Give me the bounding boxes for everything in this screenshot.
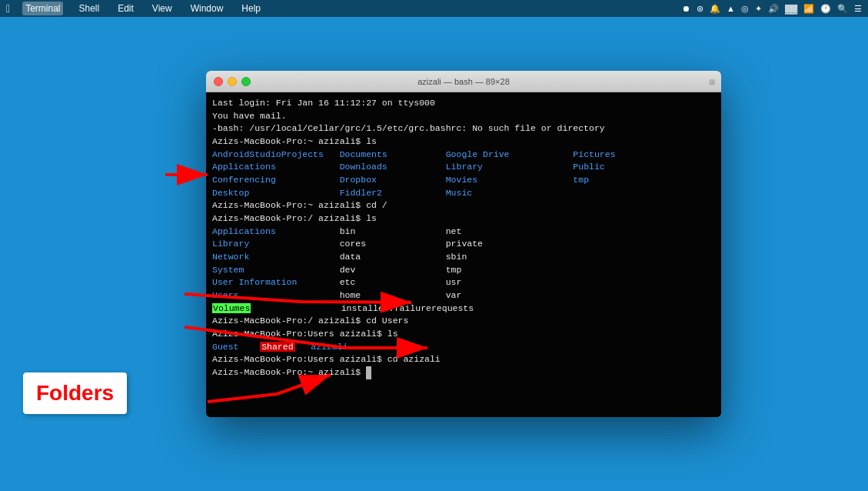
term-line-bash-error: -bash: /usr/local/Cellar/grc/1.5/etc/grc… <box>212 122 715 135</box>
menubar-help[interactable]: Help <box>238 2 264 15</box>
term-line-ls2r7: Volumes installer.failurerequests <box>212 302 715 316</box>
term-line-ls1r2: Applications Downloads Library Public <box>212 161 715 174</box>
term-line-ls2r4: System dev tmp <box>212 264 715 277</box>
term-line-ls1r3: Conferencing Dropbox Movies tmp <box>212 174 715 187</box>
term-line-ls2r3: Network data sbin <box>212 251 715 264</box>
term-line-ls3-cmd: Azizs-MacBook-Pro:Users azizali$ ls <box>212 328 715 341</box>
notification-icon: 🔔 <box>710 4 720 14</box>
menubar-window[interactable]: Window <box>188 2 227 15</box>
bluetooth-icon: ⊛ <box>697 4 703 14</box>
term-line-users-list: Guest Shared azizali <box>212 341 715 354</box>
minimize-button[interactable] <box>228 77 237 86</box>
desktop: azizali — bash — 89×28 ⊞ Last login: Fri… <box>0 17 868 491</box>
facetime-icon: ◎ <box>741 4 749 14</box>
term-line-login: Last login: Fri Jan 16 11:12:27 on ttys0… <box>212 97 715 110</box>
sound-icon: 🔊 <box>768 4 779 14</box>
term-line-ls-cmd: Azizs-MacBook-Pro:~ azizali$ ls <box>212 135 715 149</box>
clock-icon: 🕐 <box>820 4 831 14</box>
term-line-cd-users: Azizs-MacBook-Pro:/ azizali$ cd Users <box>212 315 715 328</box>
menubar-status-icons: ⏺ ⊛ 🔔 ▲ ◎ ✦ 🔊 ▓▓ 📶 🕐 🔍 ☰ <box>682 4 862 14</box>
notification-center-icon[interactable]: ☰ <box>854 4 862 14</box>
traffic-lights <box>214 77 251 86</box>
term-line-ls1r4: Desktop Fiddler2 Music <box>212 187 715 200</box>
search-icon[interactable]: 🔍 <box>837 4 848 14</box>
terminal-titlebar: azizali — bash — 89×28 ⊞ <box>206 71 721 92</box>
wifi-icon: 📶 <box>803 4 814 14</box>
terminal-title: azizali — bash — 89×28 <box>417 77 510 86</box>
term-line-cd-root: Azizs-MacBook-Pro:~ azizali$ cd / <box>212 199 715 212</box>
term-line-ls2-cmd: Azizs-MacBook-Pro:/ azizali$ ls <box>212 212 715 225</box>
record-icon: ⏺ <box>682 4 690 13</box>
battery-icon: ▓▓ <box>785 4 797 13</box>
term-line-ls2r1: Applications bin net <box>212 225 715 239</box>
term-line-ls1r1: AndroidStudioProjects Documents Google D… <box>212 149 715 162</box>
maximize-button[interactable] <box>241 77 251 86</box>
close-button[interactable] <box>214 77 223 86</box>
dropbox-icon: ✦ <box>755 4 762 14</box>
resize-icon: ⊞ <box>709 77 715 85</box>
term-line-ls2r6: Users home var <box>212 289 715 302</box>
menubar-terminal[interactable]: Terminal <box>22 2 63 15</box>
terminal-window: azizali — bash — 89×28 ⊞ Last login: Fri… <box>206 71 721 417</box>
menubar-edit[interactable]: Edit <box>115 2 137 15</box>
folders-label: Folders <box>23 372 127 414</box>
terminal-content[interactable]: Last login: Fri Jan 16 11:12:27 on ttys0… <box>206 92 721 417</box>
term-line-final-prompt: Azizs-MacBook-Pro:~ azizali$ <box>212 366 715 379</box>
menubar:  Terminal Shell Edit View Window Help ⏺… <box>0 0 868 17</box>
apple-menu[interactable]:  <box>6 2 10 15</box>
menubar-view[interactable]: View <box>149 2 175 15</box>
menubar-shell[interactable]: Shell <box>75 2 102 15</box>
term-line-cd-azizali: Azizs-MacBook-Pro:Users azizali$ cd aziz… <box>212 353 715 366</box>
term-line-ls2r5: User Information etc usr <box>212 276 715 289</box>
share-icon: ▲ <box>727 4 735 13</box>
term-line-mail: You have mail. <box>212 110 715 123</box>
term-line-ls2r2: Library cores private <box>212 238 715 251</box>
